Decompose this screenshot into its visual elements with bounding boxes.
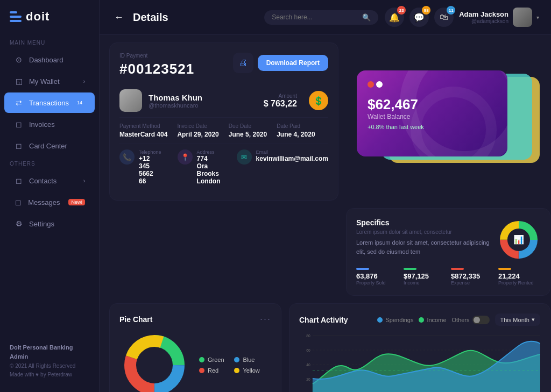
wallet-label: Wallet Balance	[368, 113, 497, 120]
id-label: ID Payment	[119, 53, 194, 59]
stat-bar	[451, 268, 464, 270]
stat-value: 21,224	[498, 272, 540, 280]
stat-property-sold: 63,876 Property Sold	[356, 268, 398, 286]
donut-chart: 📊	[497, 218, 540, 261]
chat-button[interactable]: 💬 98	[409, 8, 429, 27]
payment-detail-card: ID Payment #00123521 🖨 Download Report T…	[109, 42, 338, 201]
sidebar-item-label: Card Center	[29, 142, 67, 150]
search-icon: 🔍	[362, 13, 371, 22]
legend-label-green: Green	[208, 357, 224, 363]
stat-expense: $872,335 Expense	[451, 268, 493, 286]
card-center-icon: ◻	[14, 141, 24, 151]
user-dropdown-icon[interactable]: ▾	[536, 15, 539, 20]
sidebar-item-label: Invoices	[29, 120, 55, 129]
legend-dot-green	[199, 357, 204, 362]
bag-button[interactable]: 🛍 11	[434, 8, 454, 27]
stat-income: $97,125 Income	[404, 268, 446, 286]
back-button[interactable]: ←	[111, 10, 126, 25]
specifics-stats: 63,876 Property Sold $97,125 Income $872…	[356, 268, 540, 286]
wallet-icon: ◱	[14, 76, 24, 86]
sidebar-footer: Doit Personal Banking Admin © 2021 All R…	[0, 337, 99, 386]
stat-label: Income	[404, 280, 446, 286]
specifics-subtitle: Lorem ipsum dolor sit amet, consectetur	[356, 229, 490, 235]
sidebar-item-invoices[interactable]: ◻ Invoices	[4, 114, 95, 134]
address-item: 📍 Address 774 Ora BrooksLondon	[178, 149, 221, 185]
activity-chart-svg: 80 60 40 20 0	[299, 330, 540, 392]
legend-spendings: Spendings	[377, 317, 413, 323]
payment-id-group: ID Payment #00123521	[119, 53, 194, 84]
legend-label-yellow: Yellow	[243, 367, 259, 374]
invoices-icon: ◻	[14, 119, 24, 129]
legend-spendings-label: Spendings	[385, 317, 413, 323]
download-report-button[interactable]: Download Report	[258, 55, 328, 71]
stat-label: Expense	[451, 280, 493, 286]
pie-card-header: Pie Chart ···	[119, 313, 271, 325]
legend-dot-blue	[234, 357, 239, 362]
sidebar-item-wallet[interactable]: ◱ My Wallet ›	[4, 71, 95, 91]
wallet-growth: +0.8% than last week	[368, 124, 497, 130]
stat-bar	[356, 268, 369, 270]
specifics-text: Specifics Lorem ipsum dolor sit amet, co…	[356, 218, 490, 256]
footer-title: Doit Personal Banking Admin	[10, 344, 73, 360]
user-text: Adam Jackson @adamjackson	[459, 10, 508, 24]
phone-icon: 📞	[119, 149, 135, 165]
stat-bar	[498, 268, 511, 270]
sidebar-item-settings[interactable]: ⚙ Settings	[4, 213, 95, 234]
stat-value: $872,335	[451, 272, 493, 280]
address-label: Address	[197, 149, 221, 155]
wallet-card-area: $62,467 Wallet Balance +0.8% than last w…	[346, 42, 550, 201]
legend-income: Income	[419, 317, 446, 323]
due-date: Due Date June 5, 2020	[229, 123, 267, 138]
chart-title: Chart Activity	[299, 316, 372, 324]
contacts-icon: ◻	[14, 176, 24, 186]
topbar: ← Details 🔍 🔔 23 💬 98 🛍 11 Adam Jackson	[100, 0, 551, 35]
amount-label: Amount	[264, 93, 297, 99]
messages-icon: ◻	[14, 197, 23, 207]
svg-text:📊: 📊	[513, 234, 524, 245]
location-icon: 📍	[178, 149, 193, 165]
invoice-date-value: April 29, 2020	[177, 131, 218, 138]
telephone-item: 📞 Telephone +12 345 5662 66	[119, 149, 161, 185]
sidebar-item-transactions[interactable]: ⇄ Transactions 14	[4, 92, 95, 113]
sidebar-item-contacts[interactable]: ◻ Contacts ›	[4, 170, 95, 191]
legend-dot-income	[419, 317, 424, 323]
stat-label: Property Sold	[356, 280, 398, 286]
payment-id: #00123521	[119, 61, 194, 77]
settings-icon: ⚙	[14, 219, 24, 229]
stat-bar	[404, 268, 416, 270]
legend-dot-red	[199, 368, 204, 373]
legend-income-label: Income	[427, 317, 446, 323]
others-toggle[interactable]	[472, 316, 490, 324]
wallet-card-main: $62,467 Wallet Balance +0.8% than last w…	[357, 70, 507, 156]
chart-area: 80 60 40 20 0	[299, 330, 540, 392]
specifics-title: Specifics	[356, 218, 490, 227]
wallet-amount: $62,467	[368, 96, 497, 113]
bell-button[interactable]: 🔔 23	[385, 8, 404, 27]
email-value: kevinwilliam@mail.com	[256, 155, 328, 162]
user-handle: @adamjackson	[459, 18, 508, 24]
svg-text:40: 40	[306, 362, 310, 367]
print-button[interactable]: 🖨	[233, 53, 253, 73]
person-name: Thomas Khun	[149, 93, 202, 102]
search-input[interactable]	[272, 13, 358, 21]
topbar-icons: 🔔 23 💬 98 🛍 11 Adam Jackson @adamjackson…	[385, 8, 539, 27]
telephone-label: Telephone	[139, 149, 161, 155]
user-name: Adam Jackson	[459, 10, 508, 18]
sidebar-item-dashboard[interactable]: ⊙ Dashboard	[4, 49, 95, 70]
month-filter-button[interactable]: This Month ▾	[495, 313, 540, 326]
sidebar-item-card-center[interactable]: ◻ Card Center	[4, 136, 95, 156]
invoice-date: Invoice Date April 29, 2020	[177, 123, 218, 138]
pie-menu-button[interactable]: ···	[260, 313, 271, 325]
legend-dot-yellow	[234, 368, 239, 373]
transactions-icon: ⇄	[14, 98, 24, 108]
transactions-badge: 14	[74, 99, 85, 106]
date-paid-label: Date Paid	[277, 123, 315, 129]
sidebar-item-label: Dashboard	[29, 56, 63, 64]
chart-header: Chart Activity Spendings Income Others	[299, 313, 540, 326]
payment-method-label: Payment Method	[119, 123, 167, 129]
sidebar-item-messages[interactable]: ◻ Messages New!	[4, 192, 95, 212]
bag-badge: 11	[447, 6, 455, 15]
sidebar-item-label: Transactions	[29, 99, 69, 107]
payment-method: Payment Method MasterCard 404	[119, 123, 167, 138]
pie-legend: Green Blue Red Yellow	[199, 357, 260, 374]
